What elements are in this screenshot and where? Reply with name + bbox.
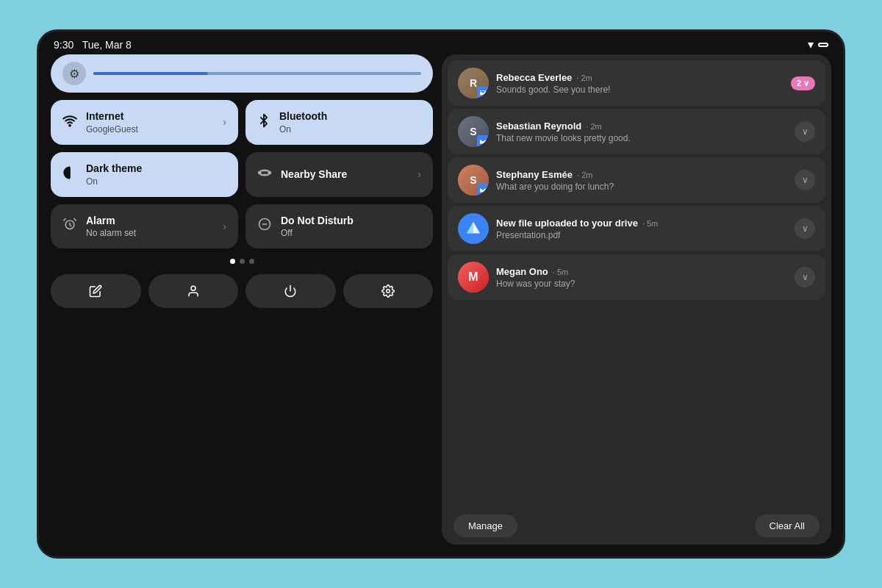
dark-theme-tile-icon	[62, 165, 77, 184]
brightness-slider[interactable]	[93, 72, 421, 75]
battery-icon	[818, 43, 828, 47]
settings-button[interactable]	[343, 274, 434, 308]
notif-drive-header: New file uploaded to your drive · 5m	[496, 218, 787, 229]
dnd-tile-icon	[257, 217, 272, 235]
edit-button[interactable]	[51, 274, 141, 308]
status-date: Tue, Mar 8	[82, 39, 132, 51]
notif-megan-name: Megan Ono	[496, 266, 548, 277]
avatar-drive	[458, 213, 489, 244]
notif-megan-time: · 5m	[553, 268, 568, 276]
nearby-share-tile-icon	[257, 165, 272, 184]
notif-sebastian-content: Sebastian Reynold · 2m That new movie lo…	[496, 121, 787, 143]
tile-internet-title: Internet	[86, 110, 214, 123]
wifi-icon: ▾	[808, 37, 814, 51]
tile-bluetooth-text: Bluetooth On	[279, 110, 421, 135]
clear-all-button[interactable]: Clear All	[755, 514, 820, 537]
dot-3	[249, 259, 254, 264]
tile-alarm[interactable]: Alarm No alarm set ›	[51, 204, 238, 249]
notif-drive-name: New file uploaded to your drive	[496, 218, 638, 229]
notif-sebastian-header: Sebastian Reynold · 2m	[496, 121, 787, 132]
page-dots	[51, 256, 433, 267]
notif-sebastian-expand[interactable]: ∨	[795, 121, 815, 142]
notif-megan-header: Megan Ono · 5m	[496, 266, 787, 277]
tile-dnd-title: Do Not Disturb	[281, 215, 421, 227]
avatar-stephany: S	[458, 165, 489, 196]
svg-line-6	[64, 219, 66, 221]
notif-rebecca-badge[interactable]: 2 ∨	[791, 76, 815, 90]
tile-alarm-text: Alarm No alarm set	[86, 215, 214, 239]
tile-alarm-subtitle: No alarm set	[86, 228, 214, 238]
svg-point-1	[259, 171, 261, 173]
notification-drive[interactable]: New file uploaded to your drive · 5m Pre…	[448, 206, 825, 251]
tile-bluetooth-title: Bluetooth	[279, 110, 421, 123]
tile-nearby-share-arrow: ›	[417, 168, 421, 180]
notifications-footer: Manage Clear All	[442, 507, 831, 545]
tile-internet[interactable]: Internet GoogleGuest ›	[51, 100, 238, 145]
notif-stephany-header: Stephany Esmée · 2m	[496, 169, 787, 180]
tile-nearby-share[interactable]: Nearby Share ›	[245, 152, 433, 197]
tile-dnd-text: Do Not Disturb Off	[281, 215, 421, 239]
notif-stephany-content: Stephany Esmée · 2m What are you doing f…	[496, 169, 787, 192]
notif-stephany-name: Stephany Esmée	[496, 169, 573, 180]
notif-sebastian-name: Sebastian Reynold	[496, 121, 581, 132]
alarm-tile-icon	[62, 217, 77, 235]
tile-dark-theme-text: Dark theme On	[86, 162, 226, 187]
tile-nearby-share-title: Nearby Share	[281, 168, 409, 181]
notification-sebastian[interactable]: S Sebastian Reynold · 2m That new movie …	[448, 109, 825, 154]
status-time-date: 9:30 Tue, Mar 8	[54, 39, 132, 51]
notif-sebastian-time: · 2m	[586, 122, 601, 131]
manage-button[interactable]: Manage	[453, 514, 517, 537]
bottom-action-buttons	[51, 274, 433, 308]
notif-rebecca-time: · 2m	[576, 74, 592, 82]
tile-internet-text: Internet GoogleGuest	[86, 110, 214, 135]
notif-stephany-time: · 2m	[577, 171, 592, 179]
notif-rebecca-msg: Sounds good. See you there!	[496, 85, 784, 95]
svg-point-2	[268, 171, 270, 173]
tile-dark-theme-subtitle: On	[86, 176, 226, 187]
tile-bluetooth[interactable]: Bluetooth On	[245, 100, 433, 145]
tile-internet-arrow: ›	[223, 116, 226, 128]
tile-dark-theme-title: Dark theme	[86, 162, 226, 175]
power-button[interactable]	[245, 274, 336, 308]
tile-do-not-disturb[interactable]: Do Not Disturb Off	[245, 204, 433, 249]
tile-bluetooth-subtitle: On	[279, 124, 421, 135]
content-area: ⚙	[39, 54, 843, 556]
notif-drive-expand[interactable]: ∨	[795, 218, 815, 239]
notif-megan-content: Megan Ono · 5m How was your stay?	[496, 266, 787, 289]
dot-1	[230, 259, 235, 264]
tiles-grid: Internet GoogleGuest › Bluetooth On	[51, 100, 433, 248]
notification-rebecca[interactable]: R Rebecca Everlee · 2m Sounds good. See …	[448, 60, 825, 106]
notification-stephany[interactable]: S Stephany Esmée · 2m What are you doing…	[448, 157, 825, 203]
tile-alarm-arrow: ›	[223, 220, 226, 232]
avatar-megan: M	[458, 262, 489, 293]
status-time: 9:30	[54, 39, 74, 51]
notif-rebecca-header: Rebecca Everlee · 2m	[496, 72, 784, 83]
notif-megan-expand[interactable]: ∨	[795, 267, 815, 287]
notif-sebastian-msg: That new movie looks pretty good.	[496, 133, 787, 143]
notif-stephany-expand[interactable]: ∨	[795, 170, 815, 190]
notifications-list: R Rebecca Everlee · 2m Sounds good. See …	[442, 54, 831, 507]
user-button[interactable]	[148, 274, 239, 308]
tile-internet-subtitle: GoogleGuest	[86, 124, 214, 135]
notifications-panel: R Rebecca Everlee · 2m Sounds good. See …	[442, 54, 831, 545]
dot-2	[240, 259, 245, 264]
notif-rebecca-name: Rebecca Everlee	[496, 72, 572, 83]
wifi-tile-icon	[62, 113, 77, 132]
status-icons: ▾	[808, 37, 828, 51]
brightness-row[interactable]: ⚙	[51, 54, 433, 93]
notif-megan-msg: How was your stay?	[496, 279, 787, 289]
notif-drive-time: · 5m	[642, 219, 658, 228]
tile-dark-theme[interactable]: Dark theme On	[51, 152, 238, 197]
svg-line-7	[74, 219, 76, 221]
avatar-rebecca: R	[458, 68, 489, 98]
quick-settings-panel: ⚙	[51, 54, 433, 545]
status-bar: 9:30 Tue, Mar 8 ▾	[39, 32, 843, 54]
bluetooth-tile-icon	[257, 113, 270, 132]
tile-alarm-title: Alarm	[86, 215, 214, 227]
notification-megan[interactable]: M Megan Ono · 5m How was your stay? ∨	[448, 254, 825, 300]
svg-point-0	[69, 125, 71, 126]
tablet-frame: 9:30 Tue, Mar 8 ▾ ⚙	[37, 29, 845, 559]
notif-drive-msg: Presentation.pdf	[496, 230, 787, 240]
settings-gear-icon[interactable]: ⚙	[62, 62, 86, 85]
notif-rebecca-content: Rebecca Everlee · 2m Sounds good. See yo…	[496, 72, 784, 95]
